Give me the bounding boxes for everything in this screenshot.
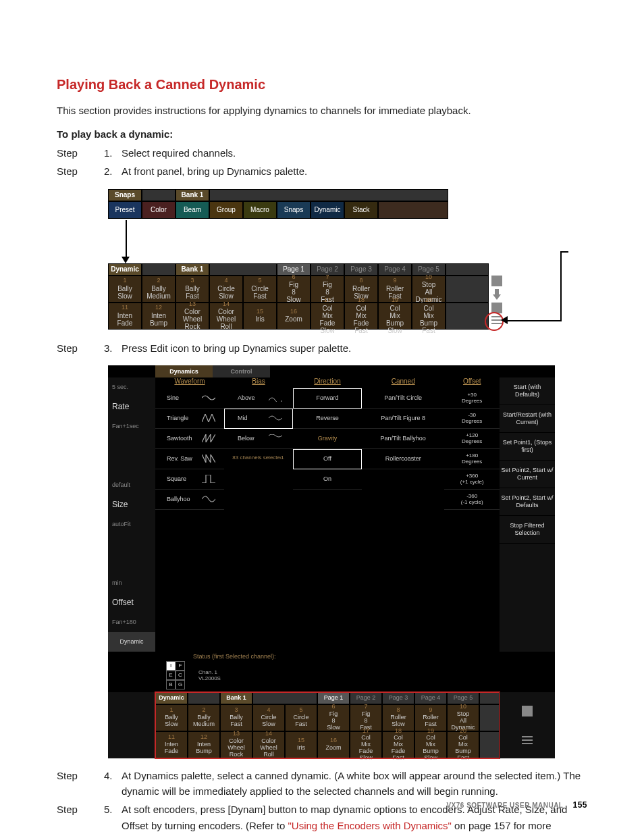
dynamic-entry[interactable]: 19ColMixBumpSlow bbox=[414, 731, 447, 758]
action-button[interactable]: Set Point2, Start w/ Defaults bbox=[500, 488, 555, 516]
dynamic-entry[interactable]: 15Iris bbox=[243, 303, 277, 330]
dynamic-entry[interactable]: 16Zoom bbox=[317, 731, 350, 758]
action-button[interactable]: Set Point1, (Stops first) bbox=[500, 433, 555, 461]
canned-option[interactable]: Pan/Tilt Ballyhoo bbox=[362, 429, 444, 449]
dynamic-entry[interactable]: 13ColorWheelRock bbox=[220, 731, 252, 758]
dynamic-entry[interactable]: 20ColMixBumpFast bbox=[447, 731, 479, 758]
offset-option[interactable]: +30Degrees bbox=[444, 388, 500, 409]
bias-option[interactable]: Mid bbox=[224, 409, 293, 429]
waveform-option[interactable]: Triangle bbox=[155, 409, 224, 429]
waveform-header: Waveform bbox=[155, 377, 224, 388]
beam-button[interactable]: Beam bbox=[176, 201, 209, 219]
dynamic-entry[interactable]: 6Fig8Slow bbox=[277, 276, 311, 303]
macro-button[interactable]: Macro bbox=[243, 201, 277, 219]
dynamic-entry[interactable]: 12IntenBump bbox=[142, 303, 176, 330]
dynamic-entry[interactable]: 14ColorWheelRoll bbox=[209, 303, 243, 330]
offset-option[interactable]: +360(+1 cycle) bbox=[444, 469, 500, 490]
control-tab[interactable]: Control bbox=[213, 365, 270, 377]
left-label: Rate bbox=[108, 397, 155, 417]
dynamic-entry[interactable]: 5CircleFast bbox=[285, 704, 317, 731]
stack-button[interactable]: Stack bbox=[344, 201, 378, 219]
dynamic-entry[interactable]: 2BallyMedium bbox=[188, 704, 220, 731]
left-label: 5 sec. bbox=[108, 377, 155, 397]
direction-option[interactable]: On bbox=[293, 469, 362, 490]
offset-option[interactable]: +180Degrees bbox=[444, 449, 500, 469]
dynamic-entry[interactable]: 4CircleSlow bbox=[209, 276, 243, 303]
snaps-button[interactable]: Snaps bbox=[277, 201, 311, 219]
waveform-option[interactable]: Ballyhoo bbox=[155, 490, 224, 510]
dynamic-entry[interactable]: 18ColMixFadeFast bbox=[344, 303, 378, 330]
step-4: Step 4. At Dynamics palette, select a ca… bbox=[57, 768, 587, 800]
dynamic-entry[interactable]: 17ColMixFadeSlow bbox=[350, 731, 382, 758]
offset-option[interactable]: -360(-1 cycle) bbox=[444, 490, 500, 510]
dynamic-entry[interactable]: 14ColorWheelRoll bbox=[252, 731, 285, 758]
cross-ref-link[interactable]: "Using the Encoders with Dynamics" bbox=[288, 820, 452, 831]
color-button[interactable]: Color bbox=[142, 201, 176, 219]
offset-option[interactable]: -30Degrees bbox=[444, 409, 500, 429]
snaps-header[interactable]: Snaps bbox=[108, 189, 142, 201]
bias-option[interactable]: Above bbox=[224, 388, 293, 409]
dynamic-entry[interactable]: 2BallyMedium bbox=[142, 276, 176, 303]
direction-header: Direction bbox=[293, 377, 362, 388]
dynamic-header: Dynamic bbox=[108, 263, 142, 276]
dynamic-entry[interactable]: 15Iris bbox=[285, 731, 317, 758]
action-button[interactable]: Start (with Defaults) bbox=[500, 377, 555, 405]
canned-option[interactable]: Pan/Tilt Circle bbox=[362, 388, 444, 409]
waveform-option[interactable]: Sine bbox=[155, 388, 224, 409]
left-label: min bbox=[108, 573, 155, 593]
dynamics-tab[interactable]: Dynamics bbox=[155, 365, 213, 377]
ifecbg-grid[interactable]: I F E C B G bbox=[166, 661, 193, 689]
bank-header[interactable]: Bank 1 bbox=[176, 189, 209, 201]
dynamic-button[interactable]: Dynamic bbox=[311, 201, 344, 219]
left-label: Fan+1sec bbox=[108, 417, 155, 436]
direction-option[interactable]: Off bbox=[293, 449, 362, 469]
bias-option[interactable]: Below bbox=[224, 429, 293, 449]
figure-super-palette: Dynamics Control 5 sec.RateFan+1secdefau… bbox=[108, 365, 587, 758]
dynamic-entry[interactable]: 11IntenFade bbox=[155, 731, 188, 758]
direction-option[interactable]: Gravity bbox=[293, 429, 362, 449]
dynamic-entry[interactable]: 17ColMixFadeSlow bbox=[311, 303, 344, 330]
palette-type-row: Preset Color Beam Group Macro Snaps Dyna… bbox=[108, 201, 448, 219]
bias-header: Bias bbox=[224, 377, 293, 388]
page-tab-4[interactable]: Page 4 bbox=[378, 263, 412, 276]
dynamic-entry[interactable]: 18ColMixFadeFast bbox=[382, 731, 414, 758]
bank-header-2[interactable]: Bank 1 bbox=[176, 263, 209, 276]
group-button[interactable]: Group bbox=[209, 201, 243, 219]
action-button[interactable]: Set Point2, Start w/ Current bbox=[500, 461, 555, 488]
channel-number: Chan. 1 bbox=[198, 669, 221, 675]
canned-option[interactable]: Rollercoaster bbox=[362, 449, 444, 469]
manual-title: VX76 SOFTWARE USER MANUAL bbox=[446, 802, 563, 809]
action-button[interactable]: Stop Filtered Selection bbox=[500, 516, 555, 544]
waveform-option[interactable]: Sawtooth bbox=[155, 429, 224, 449]
dynamic-entry[interactable]: 19ColMixBumpSlow bbox=[378, 303, 412, 330]
stop-icon[interactable] bbox=[522, 706, 533, 716]
dynamic-entry[interactable]: 1BallySlow bbox=[108, 276, 142, 303]
page-tab-3[interactable]: Page 3 bbox=[344, 263, 378, 276]
left-label: Offset bbox=[108, 593, 155, 613]
waveform-option[interactable]: Rev. Saw bbox=[155, 449, 224, 469]
dynamic-entry[interactable]: 6Fig8Slow bbox=[317, 704, 350, 731]
dynamic-entry[interactable]: 12IntenBump bbox=[188, 731, 220, 758]
download-icon[interactable] bbox=[491, 289, 502, 300]
dynamic-entry[interactable]: 16Zoom bbox=[277, 303, 311, 330]
status-label: Status (first Selected channel): bbox=[155, 653, 276, 660]
dynamic-entry[interactable]: 1BallySlow bbox=[155, 704, 188, 731]
offset-option[interactable]: +120Degrees bbox=[444, 429, 500, 449]
left-label bbox=[108, 436, 155, 456]
dynamic-entry[interactable]: 3BallyFast bbox=[176, 276, 209, 303]
dynamic-entry[interactable]: 20ColMixBumpFast bbox=[412, 303, 446, 330]
preset-button[interactable]: Preset bbox=[108, 201, 142, 219]
action-button[interactable]: Start/Restart (with Current) bbox=[500, 405, 555, 433]
dynamic-entry[interactable]: 11IntenFade bbox=[108, 303, 142, 330]
offset-header: Offset bbox=[444, 377, 500, 388]
dynamic-entry[interactable]: 4CircleSlow bbox=[252, 704, 285, 731]
menu-icon[interactable] bbox=[522, 736, 533, 744]
direction-option[interactable]: Forward bbox=[293, 388, 362, 409]
stop-icon[interactable] bbox=[491, 276, 502, 286]
dynamic-entry[interactable]: 13ColorWheelRock bbox=[176, 303, 209, 330]
direction-option[interactable]: Reverse bbox=[293, 409, 362, 429]
waveform-option[interactable]: Square bbox=[155, 469, 224, 490]
canned-option[interactable]: Pan/Tilt Figure 8 bbox=[362, 409, 444, 429]
dynamic-entry[interactable]: 3BallyFast bbox=[220, 704, 252, 731]
dynamic-entry[interactable]: 5CircleFast bbox=[243, 276, 277, 303]
